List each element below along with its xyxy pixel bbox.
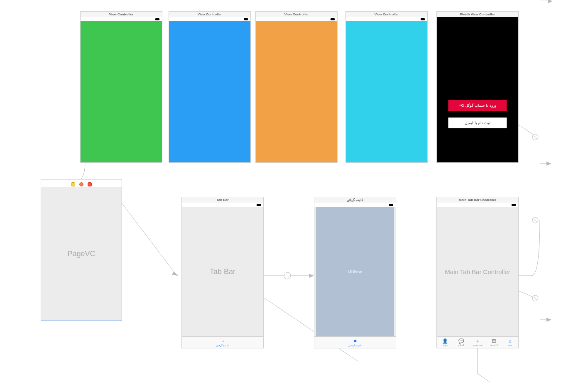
tab-icon: 👤 [442,339,448,343]
tab-bar: ■ نادیده گرفتن [314,336,396,348]
arrow-right-icon[interactable]: → [220,338,225,343]
svg-marker-1 [309,274,314,278]
svg-point-6 [532,217,538,223]
square-icon[interactable]: ■ [353,338,356,343]
svg-marker-11 [546,162,551,166]
tab-icon: ＋ [475,339,480,343]
view-body [169,21,250,162]
email-signup-button[interactable]: ثبت نام با ایمیل [448,118,507,128]
scene-fiveth-vc[interactable]: Fiveth View Controller ورود با حساب گوگل… [436,11,519,163]
svg-line-5 [534,135,537,139]
google-login-button[interactable]: ورود با حساب گوگل G+ [448,100,507,111]
scene-main-tabbar-controller[interactable]: Main Tab Bar Controller Main Tab Bar Con… [436,197,519,348]
scene-title: Main Tab Bar Controller [437,197,518,203]
scene-title: نادیده گرفتن [314,197,396,203]
status-bar [256,17,337,21]
scene-title: View Controller [346,12,427,17]
scene-tabbar[interactable]: Tab Bar Tab Bar → نادیده گرفتن [181,197,264,348]
exit-icon [88,182,92,186]
scene-vc-cyan[interactable]: View Controller [345,11,428,163]
svg-line-7 [534,218,537,222]
scene-title: View Controller [256,12,337,17]
scene-vc-orange[interactable]: View Controller [255,11,338,163]
view-body [346,21,427,162]
scene-title: View Controller [81,12,162,17]
scene-title: Fiveth View Controller [437,12,518,17]
battery-icon [421,18,425,20]
svg-marker-10 [548,0,552,3]
main-tabbar-body: Main Tab Bar Controller [437,207,518,336]
battery-icon [257,204,261,206]
uiview-label: UIView [348,270,362,274]
svg-line-3 [285,274,289,278]
scene-vc-green[interactable]: View Controller [80,11,162,163]
tab-item-label[interactable]: نادیده گرفتن [348,344,362,347]
status-bar [346,17,427,21]
main-tabbar-body-label: Main Tab Bar Controller [445,268,510,275]
battery-icon [155,18,159,20]
tab-icon: 🖼 [492,339,496,343]
pagevc-label: PageVC [67,250,95,258]
tab-label: ثبت مدرس [473,344,482,346]
scene-title: Tab Bar [182,197,263,203]
status-bar [182,203,263,207]
svg-point-2 [284,272,291,279]
svg-marker-12 [546,318,551,322]
scene-toolbar-icons [71,182,92,186]
tab-bar: → نادیده گرفتن [182,336,263,348]
scene-uiview[interactable]: نادیده گرفتن UIView ■ نادیده گرفتن [314,197,396,348]
tab-bar: ⌂خانه🖼گالری‌ها＋ثبت مدرس💬گفتگو👤پروفایل [437,336,518,348]
uiview-inner: UIView [316,207,394,336]
first-responder-icon [79,182,83,186]
uiview-container: UIView [314,207,396,336]
tab-item-4[interactable]: 👤پروفایل [437,339,453,346]
battery-icon [512,204,516,206]
tabbar-body: Tab Bar [182,207,263,336]
vc-icon [71,182,75,186]
tab-label: گالری‌ها [490,344,497,346]
tab-item-3[interactable]: 💬گفتگو [453,339,469,346]
tab-label: گفتگو [458,344,464,346]
svg-line-9 [534,296,537,300]
tab-item-2[interactable]: ＋ثبت مدرس [469,339,485,346]
view-body: ورود با حساب گوگل G+ ثبت نام با ایمیل [437,17,518,162]
svg-marker-0 [172,272,179,276]
scene-pagevc[interactable]: PageVC [41,179,122,321]
view-body [256,21,337,162]
battery-icon [244,18,248,20]
tab-icon: ⌂ [509,339,512,343]
status-bar [169,17,250,21]
scene-title: View Controller [169,12,250,17]
tab-item-label[interactable]: نادیده گرفتن [216,344,230,347]
status-bar [314,203,396,207]
pagevc-body: PageVC [41,187,122,321]
battery-icon [389,204,393,206]
tab-icon: 💬 [458,339,464,343]
tab-item-1[interactable]: 🖼گالری‌ها [486,339,502,346]
view-body [81,21,162,162]
scene-vc-blue[interactable]: View Controller [169,11,251,163]
tab-label: پروفایل [442,344,448,346]
svg-point-4 [532,134,538,140]
battery-icon [331,18,335,20]
tab-item-0[interactable]: ⌂خانه [502,339,518,346]
status-bar [81,17,162,21]
svg-point-8 [532,295,538,301]
status-bar [437,203,518,207]
tab-label: خانه [508,344,512,346]
tabbar-body-label: Tab Bar [210,267,235,276]
